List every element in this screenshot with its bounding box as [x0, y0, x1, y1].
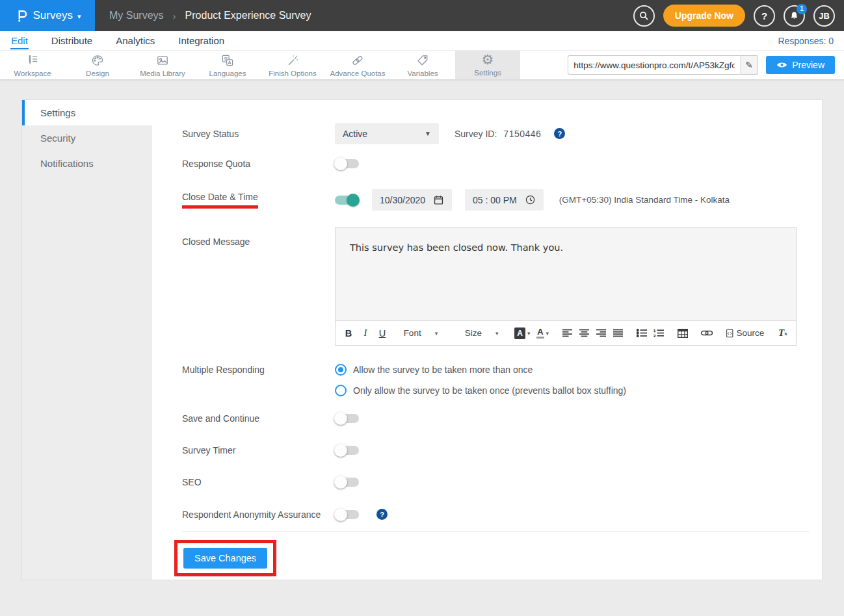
seo-toggle[interactable] — [335, 478, 359, 487]
toolbar-item-advance-quotas[interactable]: Advance Quotas — [325, 51, 390, 79]
survey-id-help-icon[interactable]: ? — [554, 128, 565, 139]
toolbar-item-variables[interactable]: Variables — [390, 51, 455, 79]
top-header: Surveys ▾ My Surveys › Product Experienc… — [0, 0, 844, 31]
palette-icon — [90, 53, 105, 68]
toolbar-item-workspace[interactable]: Workspace — [0, 51, 65, 79]
response-quota-row: Response Quota — [182, 159, 796, 169]
anonymity-help-icon[interactable]: ? — [376, 509, 388, 520]
survey-status-value: Active — [343, 129, 367, 139]
eye-icon — [776, 61, 787, 69]
tab-edit[interactable]: Edit — [10, 32, 29, 49]
toolbar-item-finish-options[interactable]: Finish Options — [260, 51, 325, 79]
tab-integration[interactable]: Integration — [178, 32, 225, 49]
section-tabs: Edit Distribute Analytics Integration Re… — [0, 31, 844, 51]
rich-text-editor: This survey has been closed now. Thank y… — [335, 227, 797, 346]
magic-wand-icon — [285, 53, 300, 68]
tag-icon — [415, 53, 430, 68]
respondent-anonymity-row: Respondent Anonymity Assurance ? — [182, 509, 796, 520]
size-dropdown[interactable]: Size ▾ — [460, 328, 504, 338]
radio-option-only-once[interactable]: Only allow the survey to be taken once (… — [335, 385, 626, 396]
sidebar-item-security[interactable]: Security — [22, 125, 152, 151]
save-and-continue-toggle[interactable] — [335, 414, 359, 423]
sidebar-item-notifications[interactable]: Notifications — [22, 151, 152, 176]
font-dropdown-label: Font — [404, 328, 421, 338]
save-changes-button[interactable]: Save Changes — [183, 548, 267, 569]
toggle-knob — [334, 476, 347, 489]
close-date-toggle[interactable] — [335, 196, 359, 205]
bold-button[interactable]: B — [341, 325, 356, 342]
bullet-list-icon — [637, 329, 647, 337]
multiple-responding-row: Multiple Responding Allow the survey to … — [182, 364, 796, 396]
align-left-button[interactable] — [559, 325, 575, 342]
background-color-button[interactable]: A ▾ — [512, 325, 533, 342]
toolbar-item-label: Languages — [209, 70, 246, 77]
text-color-button[interactable]: A ▾ — [534, 325, 551, 342]
numbered-list-button[interactable]: 12 — [651, 325, 666, 342]
radio-unselected-icon — [335, 385, 347, 396]
workspace-icon — [25, 53, 40, 68]
multiple-responding-label: Multiple Responding — [182, 364, 335, 375]
tab-list: Edit Distribute Analytics Integration — [10, 32, 778, 49]
calendar-icon — [433, 194, 444, 205]
page-title: Product Experience Survey — [185, 10, 311, 21]
remove-format-x: x — [784, 330, 787, 337]
tab-analytics[interactable]: Analytics — [115, 32, 155, 49]
clock-icon — [525, 194, 536, 205]
breadcrumb: My Surveys › Product Experience Survey — [109, 10, 633, 21]
align-justify-button[interactable] — [610, 325, 626, 342]
chevron-down-icon: ▾ — [77, 12, 81, 21]
responses-count: Responses: 0 — [778, 36, 834, 46]
search-button[interactable] — [633, 5, 655, 27]
preview-button[interactable]: Preview — [766, 56, 835, 74]
align-right-button[interactable] — [593, 325, 609, 342]
settings-form: Survey Status Active ▼ Survey ID: 715044… — [152, 100, 822, 580]
respondent-anonymity-toggle[interactable] — [335, 510, 359, 519]
avatar[interactable]: JB — [813, 5, 835, 27]
questionpro-logo-icon — [14, 8, 29, 23]
source-button[interactable]: Source — [724, 325, 767, 342]
main-area: Settings Security Notifications Survey S… — [0, 81, 844, 580]
survey-status-label: Survey Status — [182, 129, 335, 139]
close-date-value: 10/30/2020 — [380, 195, 425, 205]
insert-link-button[interactable] — [698, 325, 715, 342]
edit-url-pencil-icon[interactable]: ✎ — [740, 55, 758, 75]
sidebar-item-settings[interactable]: Settings — [22, 100, 152, 125]
settings-sidebar: Settings Security Notifications — [22, 100, 152, 580]
toolbar-spacer — [520, 51, 568, 79]
breadcrumb-my-surveys[interactable]: My Surveys — [109, 10, 164, 21]
table-icon — [678, 329, 688, 338]
close-date-label-text: Close Date & Time — [182, 192, 258, 209]
bullet-list-button[interactable] — [634, 325, 650, 342]
close-date-input[interactable]: 10/30/2020 — [372, 189, 452, 211]
underline-button[interactable]: U — [375, 325, 390, 342]
insert-table-button[interactable] — [675, 325, 691, 342]
radio-option-more-than-once[interactable]: Allow the survey to be taken more than o… — [335, 364, 626, 376]
upgrade-now-button[interactable]: Upgrade Now — [663, 5, 745, 27]
closed-message-textarea[interactable]: This survey has been closed now. Thank y… — [336, 228, 796, 320]
italic-button[interactable]: I — [358, 325, 373, 342]
source-document-icon — [726, 328, 733, 339]
respondent-anonymity-label: Respondent Anonymity Assurance — [182, 509, 335, 520]
survey-id-value: 7150446 — [503, 129, 541, 139]
tab-distribute[interactable]: Distribute — [51, 32, 93, 49]
toolbar-item-label: Advance Quotas — [330, 70, 385, 77]
survey-timer-toggle[interactable] — [335, 446, 359, 455]
font-dropdown[interactable]: Font ▾ — [399, 328, 458, 338]
remove-format-button[interactable]: Tx — [775, 325, 791, 342]
response-quota-toggle[interactable] — [335, 159, 359, 168]
help-button[interactable]: ? — [754, 5, 775, 27]
form-divider — [182, 532, 810, 532]
notifications-button[interactable]: 1 — [784, 5, 805, 27]
close-time-input[interactable]: 05 : 00 PM — [465, 189, 544, 211]
toolbar-item-design[interactable]: Design — [65, 51, 130, 79]
toolbar-item-media-library[interactable]: Media Library — [130, 51, 195, 79]
toolbar-item-settings[interactable]: ⚙ Settings — [455, 51, 520, 79]
survey-status-select[interactable]: Active ▼ — [335, 123, 439, 144]
close-time-value: 05 : 00 PM — [473, 195, 517, 205]
toolbar-item-languages[interactable]: Languages — [195, 51, 260, 79]
align-center-button[interactable] — [576, 325, 592, 342]
survey-url-input[interactable] — [568, 55, 740, 75]
response-quota-label: Response Quota — [182, 159, 335, 169]
annotation-highlight-box: Save Changes — [174, 540, 276, 576]
app-logo-menu[interactable]: Surveys ▾ — [0, 0, 95, 31]
